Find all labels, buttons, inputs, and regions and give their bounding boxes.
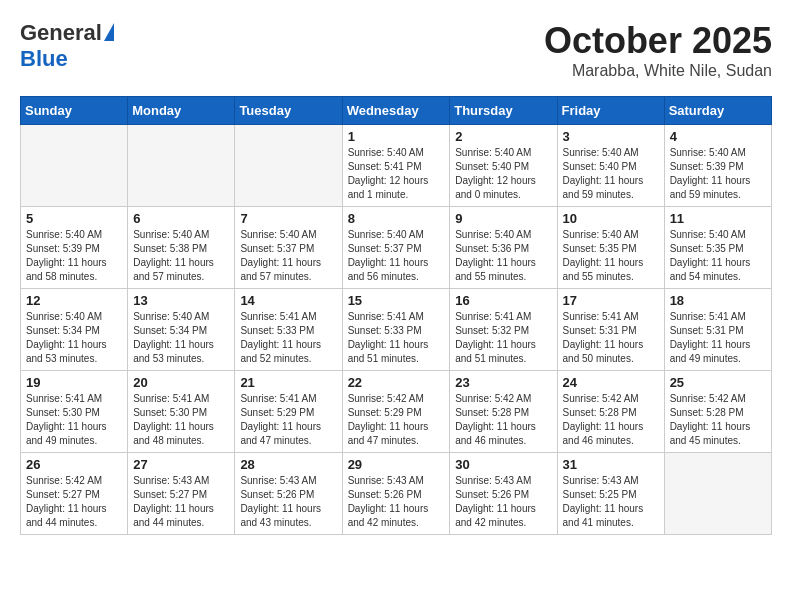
day-number: 30 <box>455 457 551 472</box>
logo-general-text: General <box>20 20 102 46</box>
day-info: Sunrise: 5:43 AMSunset: 5:25 PMDaylight:… <box>563 474 659 530</box>
calendar-cell: 12Sunrise: 5:40 AMSunset: 5:34 PMDayligh… <box>21 289 128 371</box>
weekday-header-friday: Friday <box>557 97 664 125</box>
day-number: 2 <box>455 129 551 144</box>
day-number: 7 <box>240 211 336 226</box>
day-number: 23 <box>455 375 551 390</box>
day-number: 11 <box>670 211 766 226</box>
calendar-cell: 15Sunrise: 5:41 AMSunset: 5:33 PMDayligh… <box>342 289 450 371</box>
day-info: Sunrise: 5:42 AMSunset: 5:28 PMDaylight:… <box>670 392 766 448</box>
calendar-cell: 8Sunrise: 5:40 AMSunset: 5:37 PMDaylight… <box>342 207 450 289</box>
calendar-cell: 22Sunrise: 5:42 AMSunset: 5:29 PMDayligh… <box>342 371 450 453</box>
calendar-cell: 9Sunrise: 5:40 AMSunset: 5:36 PMDaylight… <box>450 207 557 289</box>
calendar-cell: 5Sunrise: 5:40 AMSunset: 5:39 PMDaylight… <box>21 207 128 289</box>
calendar-cell: 30Sunrise: 5:43 AMSunset: 5:26 PMDayligh… <box>450 453 557 535</box>
day-info: Sunrise: 5:40 AMSunset: 5:37 PMDaylight:… <box>240 228 336 284</box>
day-info: Sunrise: 5:41 AMSunset: 5:33 PMDaylight:… <box>348 310 445 366</box>
day-number: 31 <box>563 457 659 472</box>
logo-blue-text: Blue <box>20 46 68 72</box>
day-number: 6 <box>133 211 229 226</box>
weekday-header-saturday: Saturday <box>664 97 771 125</box>
calendar-cell: 27Sunrise: 5:43 AMSunset: 5:27 PMDayligh… <box>128 453 235 535</box>
calendar-cell: 18Sunrise: 5:41 AMSunset: 5:31 PMDayligh… <box>664 289 771 371</box>
week-row-4: 19Sunrise: 5:41 AMSunset: 5:30 PMDayligh… <box>21 371 772 453</box>
calendar-cell: 20Sunrise: 5:41 AMSunset: 5:30 PMDayligh… <box>128 371 235 453</box>
calendar-cell: 26Sunrise: 5:42 AMSunset: 5:27 PMDayligh… <box>21 453 128 535</box>
day-number: 15 <box>348 293 445 308</box>
day-number: 10 <box>563 211 659 226</box>
day-number: 21 <box>240 375 336 390</box>
day-number: 1 <box>348 129 445 144</box>
day-info: Sunrise: 5:40 AMSunset: 5:40 PMDaylight:… <box>455 146 551 202</box>
day-info: Sunrise: 5:43 AMSunset: 5:26 PMDaylight:… <box>455 474 551 530</box>
calendar-cell: 1Sunrise: 5:40 AMSunset: 5:41 PMDaylight… <box>342 125 450 207</box>
calendar-cell: 4Sunrise: 5:40 AMSunset: 5:39 PMDaylight… <box>664 125 771 207</box>
day-number: 28 <box>240 457 336 472</box>
day-info: Sunrise: 5:40 AMSunset: 5:38 PMDaylight:… <box>133 228 229 284</box>
calendar-table: SundayMondayTuesdayWednesdayThursdayFrid… <box>20 96 772 535</box>
page-header: General Blue October 2025 Marabba, White… <box>20 20 772 80</box>
weekday-header-wednesday: Wednesday <box>342 97 450 125</box>
day-info: Sunrise: 5:41 AMSunset: 5:30 PMDaylight:… <box>26 392 122 448</box>
calendar-cell: 11Sunrise: 5:40 AMSunset: 5:35 PMDayligh… <box>664 207 771 289</box>
page-location: Marabba, White Nile, Sudan <box>544 62 772 80</box>
day-number: 5 <box>26 211 122 226</box>
calendar-cell: 2Sunrise: 5:40 AMSunset: 5:40 PMDaylight… <box>450 125 557 207</box>
calendar-cell <box>21 125 128 207</box>
day-number: 9 <box>455 211 551 226</box>
day-info: Sunrise: 5:42 AMSunset: 5:27 PMDaylight:… <box>26 474 122 530</box>
day-info: Sunrise: 5:40 AMSunset: 5:37 PMDaylight:… <box>348 228 445 284</box>
day-info: Sunrise: 5:40 AMSunset: 5:35 PMDaylight:… <box>670 228 766 284</box>
calendar-cell: 24Sunrise: 5:42 AMSunset: 5:28 PMDayligh… <box>557 371 664 453</box>
day-number: 12 <box>26 293 122 308</box>
day-info: Sunrise: 5:41 AMSunset: 5:31 PMDaylight:… <box>563 310 659 366</box>
day-number: 17 <box>563 293 659 308</box>
weekday-header-row: SundayMondayTuesdayWednesdayThursdayFrid… <box>21 97 772 125</box>
day-info: Sunrise: 5:41 AMSunset: 5:30 PMDaylight:… <box>133 392 229 448</box>
logo: General Blue <box>20 20 114 72</box>
calendar-cell <box>128 125 235 207</box>
page-title: October 2025 <box>544 20 772 62</box>
calendar-cell: 14Sunrise: 5:41 AMSunset: 5:33 PMDayligh… <box>235 289 342 371</box>
day-info: Sunrise: 5:40 AMSunset: 5:40 PMDaylight:… <box>563 146 659 202</box>
calendar-cell: 13Sunrise: 5:40 AMSunset: 5:34 PMDayligh… <box>128 289 235 371</box>
calendar-cell: 10Sunrise: 5:40 AMSunset: 5:35 PMDayligh… <box>557 207 664 289</box>
weekday-header-tuesday: Tuesday <box>235 97 342 125</box>
day-info: Sunrise: 5:42 AMSunset: 5:28 PMDaylight:… <box>563 392 659 448</box>
calendar-cell: 6Sunrise: 5:40 AMSunset: 5:38 PMDaylight… <box>128 207 235 289</box>
day-info: Sunrise: 5:41 AMSunset: 5:31 PMDaylight:… <box>670 310 766 366</box>
day-number: 3 <box>563 129 659 144</box>
calendar-cell: 16Sunrise: 5:41 AMSunset: 5:32 PMDayligh… <box>450 289 557 371</box>
calendar-cell <box>235 125 342 207</box>
week-row-2: 5Sunrise: 5:40 AMSunset: 5:39 PMDaylight… <box>21 207 772 289</box>
day-number: 20 <box>133 375 229 390</box>
weekday-header-thursday: Thursday <box>450 97 557 125</box>
calendar-cell: 3Sunrise: 5:40 AMSunset: 5:40 PMDaylight… <box>557 125 664 207</box>
calendar-cell <box>664 453 771 535</box>
day-number: 14 <box>240 293 336 308</box>
calendar-cell: 29Sunrise: 5:43 AMSunset: 5:26 PMDayligh… <box>342 453 450 535</box>
day-info: Sunrise: 5:40 AMSunset: 5:39 PMDaylight:… <box>26 228 122 284</box>
calendar-cell: 7Sunrise: 5:40 AMSunset: 5:37 PMDaylight… <box>235 207 342 289</box>
calendar-cell: 28Sunrise: 5:43 AMSunset: 5:26 PMDayligh… <box>235 453 342 535</box>
calendar-cell: 21Sunrise: 5:41 AMSunset: 5:29 PMDayligh… <box>235 371 342 453</box>
day-number: 4 <box>670 129 766 144</box>
day-number: 26 <box>26 457 122 472</box>
calendar-cell: 31Sunrise: 5:43 AMSunset: 5:25 PMDayligh… <box>557 453 664 535</box>
calendar-cell: 25Sunrise: 5:42 AMSunset: 5:28 PMDayligh… <box>664 371 771 453</box>
day-info: Sunrise: 5:40 AMSunset: 5:36 PMDaylight:… <box>455 228 551 284</box>
day-number: 25 <box>670 375 766 390</box>
day-info: Sunrise: 5:41 AMSunset: 5:32 PMDaylight:… <box>455 310 551 366</box>
day-info: Sunrise: 5:41 AMSunset: 5:29 PMDaylight:… <box>240 392 336 448</box>
day-number: 19 <box>26 375 122 390</box>
week-row-1: 1Sunrise: 5:40 AMSunset: 5:41 PMDaylight… <box>21 125 772 207</box>
day-info: Sunrise: 5:41 AMSunset: 5:33 PMDaylight:… <box>240 310 336 366</box>
week-row-3: 12Sunrise: 5:40 AMSunset: 5:34 PMDayligh… <box>21 289 772 371</box>
weekday-header-monday: Monday <box>128 97 235 125</box>
weekday-header-sunday: Sunday <box>21 97 128 125</box>
day-number: 24 <box>563 375 659 390</box>
calendar-cell: 19Sunrise: 5:41 AMSunset: 5:30 PMDayligh… <box>21 371 128 453</box>
day-number: 18 <box>670 293 766 308</box>
title-block: October 2025 Marabba, White Nile, Sudan <box>544 20 772 80</box>
day-info: Sunrise: 5:40 AMSunset: 5:39 PMDaylight:… <box>670 146 766 202</box>
